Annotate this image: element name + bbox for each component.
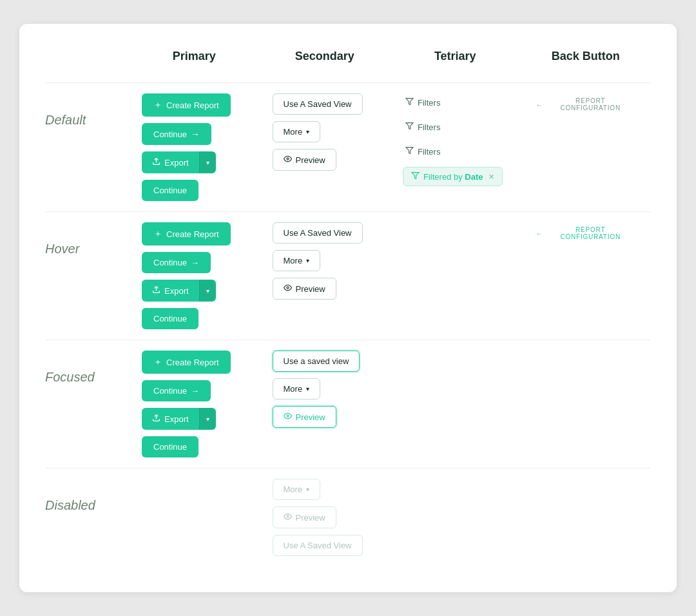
plus-icon: ＋ <box>153 228 162 240</box>
create-report-button-focused[interactable]: ＋ Create Report <box>142 351 231 374</box>
cell-tertiary-default: Filters Filters Filters Filtered by Date <box>390 82 521 211</box>
export-main-focused[interactable]: Export <box>142 408 199 430</box>
continue-plain-button-default[interactable]: Continue <box>142 180 198 201</box>
back-button-hover[interactable]: ← REPORT CONFIGURATION <box>534 222 639 244</box>
chevron-down-icon: ▾ <box>306 128 309 135</box>
svg-point-10 <box>286 515 288 517</box>
filtered-by-date-button[interactable]: Filtered by Date ✕ <box>403 167 503 186</box>
chevron-down-icon: ▾ <box>206 416 209 423</box>
cell-primary-hover: ＋ Create Report Continue → Export ▾ <box>129 211 260 340</box>
cell-back-focused <box>521 340 652 468</box>
export-main-hover[interactable]: Export <box>142 280 199 302</box>
cell-primary-default: ＋ Create Report Continue → Export ▾ <box>129 82 260 211</box>
cell-primary-disabled <box>129 468 260 566</box>
svg-point-9 <box>286 415 288 417</box>
cell-back-hover: ← REPORT CONFIGURATION <box>521 211 652 340</box>
export-dropdown-focused[interactable]: ▾ <box>199 408 216 430</box>
use-saved-view-hover[interactable]: Use A Saved View <box>273 222 363 244</box>
row-label-disabled: Disabled <box>45 468 129 566</box>
upload-icon <box>152 285 160 296</box>
export-main-button[interactable]: Export <box>142 151 199 173</box>
arrow-left-icon: ← <box>536 101 543 108</box>
filters-button-2[interactable]: Filters <box>403 118 443 136</box>
grid-layout: Primary Secondary Tetriary Back Button D… <box>45 50 651 566</box>
row-label-focused: Focused <box>45 340 129 468</box>
col-header-state <box>45 50 129 82</box>
arrow-left-icon: ← <box>536 230 543 237</box>
continue-plain-hover[interactable]: Continue <box>142 308 198 329</box>
svg-marker-5 <box>412 173 419 179</box>
row-label-default: Default <box>45 82 129 211</box>
row-label-hover: Hover <box>45 211 129 340</box>
more-button-hover[interactable]: More ▾ <box>273 250 321 271</box>
col-header-primary: Primary <box>129 50 260 82</box>
chevron-down-icon: ▾ <box>306 257 309 264</box>
filter-active-icon <box>411 171 420 182</box>
eye-icon <box>284 512 292 523</box>
svg-marker-4 <box>406 148 413 154</box>
plus-icon: ＋ <box>153 99 162 111</box>
cell-tertiary-hover <box>390 211 521 340</box>
upload-icon <box>152 157 160 168</box>
continue-arrow-button-default[interactable]: Continue → <box>142 123 211 145</box>
create-report-button-default[interactable]: ＋ Create Report <box>142 93 231 117</box>
cell-secondary-hover: Use A Saved View More ▾ Preview <box>260 211 391 340</box>
svg-marker-2 <box>406 99 413 105</box>
cell-tertiary-disabled <box>390 468 521 566</box>
filter-icon-3 <box>405 146 414 157</box>
chevron-down-icon: ▾ <box>306 385 309 392</box>
chevron-down-icon: ▾ <box>206 159 209 166</box>
more-button-disabled[interactable]: More ▾ <box>273 479 321 500</box>
preview-button-disabled[interactable]: Preview <box>273 506 336 528</box>
cell-back-default: ← REPORT CONFIGURATION <box>521 82 652 211</box>
filter-icon-2 <box>405 122 414 132</box>
continue-plain-focused[interactable]: Continue <box>142 436 198 457</box>
back-button-default[interactable]: ← REPORT CONFIGURATION <box>534 93 639 115</box>
arrow-right-icon: → <box>191 386 199 396</box>
upload-icon <box>152 414 160 424</box>
plus-icon: ＋ <box>153 356 162 368</box>
export-split-button-focused[interactable]: Export ▾ <box>142 408 216 430</box>
arrow-right-icon: → <box>191 258 199 267</box>
create-report-button-hover[interactable]: ＋ Create Report <box>142 222 231 245</box>
export-dropdown-hover[interactable]: ▾ <box>199 280 216 302</box>
cell-secondary-focused: Use a saved view More ▾ Preview <box>260 340 391 468</box>
continue-arrow-button-focused[interactable]: Continue → <box>142 380 211 401</box>
col-header-tertiary: Tetriary <box>390 50 521 82</box>
filters-button-3[interactable]: Filters <box>403 142 443 160</box>
svg-point-7 <box>286 287 288 289</box>
chevron-down-icon: ▾ <box>306 486 309 493</box>
preview-button-hover[interactable]: Preview <box>273 278 336 300</box>
eye-icon <box>284 155 292 165</box>
use-saved-view-disabled[interactable]: Use A Saved View <box>273 535 363 556</box>
svg-point-1 <box>286 158 288 160</box>
preview-button-focused[interactable]: Preview <box>273 406 336 428</box>
col-header-back: Back Button <box>521 50 652 82</box>
continue-arrow-button-hover[interactable]: Continue → <box>142 252 211 273</box>
cell-back-disabled <box>521 468 652 566</box>
filters-button-1[interactable]: Filters <box>403 93 443 111</box>
export-split-button-hover[interactable]: Export ▾ <box>142 280 216 302</box>
use-saved-view-button-default[interactable]: Use A Saved View <box>273 93 363 115</box>
preview-button-default[interactable]: Preview <box>273 149 336 171</box>
eye-icon <box>284 412 292 422</box>
close-icon[interactable]: ✕ <box>488 173 494 181</box>
main-card: Primary Secondary Tetriary Back Button D… <box>19 24 677 592</box>
col-header-secondary: Secondary <box>260 50 391 82</box>
filter-icon-1 <box>405 97 414 108</box>
arrow-right-icon: → <box>191 129 200 139</box>
more-button-focused[interactable]: More ▾ <box>273 378 321 399</box>
svg-marker-3 <box>406 123 413 130</box>
eye-icon <box>284 284 292 294</box>
use-saved-view-focused[interactable]: Use a saved view <box>273 351 360 372</box>
more-button-default[interactable]: More ▾ <box>273 121 321 142</box>
export-split-button-default[interactable]: Export ▾ <box>142 151 216 173</box>
export-dropdown-button[interactable]: ▾ <box>199 151 216 173</box>
cell-secondary-default: Use A Saved View More ▾ Preview <box>260 82 391 211</box>
cell-primary-focused: ＋ Create Report Continue → Export ▾ <box>129 340 260 468</box>
cell-secondary-disabled: More ▾ Preview Use A Saved View <box>260 468 391 566</box>
cell-tertiary-focused <box>390 340 521 468</box>
chevron-down-icon: ▾ <box>206 287 209 294</box>
